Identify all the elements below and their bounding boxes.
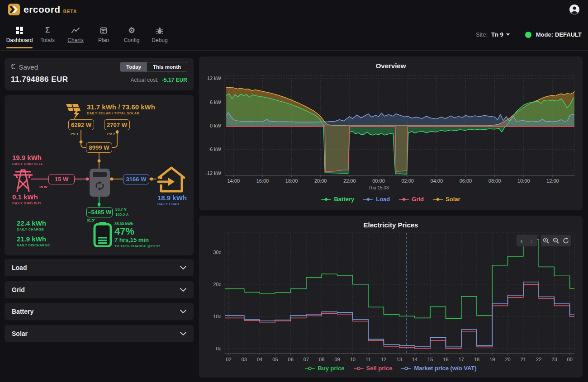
chevron-down-icon xyxy=(180,310,186,314)
svg-text:12:00: 12:00 xyxy=(546,178,559,184)
svg-text:03: 03 xyxy=(242,357,247,362)
zoom-out-icon[interactable] xyxy=(551,235,561,246)
grid-power-box: 15 W xyxy=(48,174,75,184)
user-avatar-icon[interactable] xyxy=(569,4,580,15)
load-daily-caption: DAILY LOAD xyxy=(157,202,187,206)
saved-card: € Saved Today This month 11.794886 EUR A… xyxy=(5,58,194,90)
battery-icon xyxy=(93,222,112,247)
logo-icon xyxy=(8,4,20,15)
actual-cost-label: Actual cost: xyxy=(131,77,159,83)
svg-text:17: 17 xyxy=(459,357,464,362)
refresh-icon[interactable] xyxy=(561,235,571,246)
svg-text:16: 16 xyxy=(443,357,448,362)
svg-text:18:00: 18:00 xyxy=(285,178,298,184)
legend-item[interactable]: Grid xyxy=(399,196,424,203)
svg-text:08: 08 xyxy=(319,357,324,362)
saved-value: 11.794886 EUR xyxy=(11,75,68,84)
battery-charge-value: 22.4 kWh xyxy=(17,220,46,227)
sigma-icon: Σ xyxy=(45,26,50,35)
load-daily-value: 18.9 kWh xyxy=(157,194,187,202)
calendar-icon xyxy=(100,26,107,35)
chevron-down-icon xyxy=(180,266,186,270)
svg-text:14: 14 xyxy=(412,357,417,362)
inverter-icon xyxy=(90,169,110,197)
solar-panel-icon xyxy=(62,102,84,121)
mode-value: DEFAULT xyxy=(555,31,582,38)
svg-text:18: 18 xyxy=(474,357,479,362)
battery-voltage: 53.7 V xyxy=(115,207,128,212)
svg-text:14:00: 14:00 xyxy=(227,178,240,184)
pan-left-button[interactable]: ‹ xyxy=(517,235,526,246)
load-power-box: 3166 W xyxy=(123,174,149,184)
top-bar: ercoord BETA xyxy=(0,0,588,19)
svg-text:15: 15 xyxy=(427,357,433,362)
bug-icon xyxy=(156,26,163,35)
svg-text:21: 21 xyxy=(521,357,526,362)
svg-text:0c: 0c xyxy=(216,346,221,351)
accordion-battery[interactable]: Battery xyxy=(5,303,194,320)
pv2-label: PV 2 xyxy=(107,132,115,136)
pan-right-button[interactable]: › xyxy=(526,235,536,246)
dashboard-icon xyxy=(15,26,24,35)
svg-text:00:00: 00:00 xyxy=(372,178,385,184)
overview-chart-plot[interactable]: 12 kW6 kW0 kW-6 kW-12 kW14:0016:0018:002… xyxy=(199,57,583,192)
mode-status-dot xyxy=(525,32,531,38)
svg-text:09: 09 xyxy=(334,357,340,362)
overview-legend: BatteryLoadGridSolar xyxy=(199,196,583,203)
caret-down-icon[interactable] xyxy=(506,33,510,36)
grid-pylon-icon xyxy=(13,167,33,193)
nav-item-debug[interactable]: Debug xyxy=(147,23,173,47)
svg-text:11: 11 xyxy=(365,357,370,362)
svg-text:12 kW: 12 kW xyxy=(207,75,222,81)
nav-bar: Dashboard Σ Totals Charts Plan ⚙ Config … xyxy=(0,19,588,51)
accordion-load[interactable]: Load xyxy=(5,259,194,276)
toggle-today[interactable]: Today xyxy=(120,62,147,71)
svg-text:02: 02 xyxy=(226,357,231,362)
battery-soc: 47% xyxy=(114,226,160,236)
svg-text:04: 04 xyxy=(257,357,262,362)
legend-item[interactable]: Solar xyxy=(433,196,460,203)
nav-item-totals[interactable]: Σ Totals xyxy=(34,23,61,47)
overview-chart-card: Overview 12 kW6 kW0 kW-6 kW-12 kW14:0016… xyxy=(199,57,583,210)
grid-buy-caption: DAILY GRID BUY xyxy=(12,201,42,205)
legend-item[interactable]: Buy price xyxy=(305,365,344,372)
grid-power-small-label: 15 W xyxy=(39,185,47,189)
accordion-solar[interactable]: Solar xyxy=(5,325,194,342)
pv1-power-box: 6292 W xyxy=(68,119,94,130)
zoom-button-group xyxy=(541,235,571,246)
accordion-grid[interactable]: Grid xyxy=(5,281,194,298)
app-title: ercoord xyxy=(24,4,61,15)
svg-text:-12 kW: -12 kW xyxy=(205,170,221,176)
saved-title: Saved xyxy=(19,63,38,71)
grid-sell-value: 19.9 kWh xyxy=(12,154,43,162)
battery-time-to-full: 7 hrs,15 min xyxy=(114,236,160,243)
legend-item[interactable]: Load xyxy=(363,196,390,203)
legend-item[interactable]: Battery xyxy=(321,196,354,203)
svg-text:22: 22 xyxy=(536,357,541,362)
battery-discharge-caption: DAILY DISCHARGE xyxy=(17,243,50,247)
battery-power-box: −5485 W xyxy=(86,207,113,217)
svg-text:30c: 30c xyxy=(213,250,221,255)
beta-badge: BETA xyxy=(63,9,77,14)
svg-text:10c: 10c xyxy=(213,314,221,319)
svg-text:0 kW: 0 kW xyxy=(210,123,222,128)
battery-time-caption: TO 100% CHARGE @20:37 xyxy=(114,244,160,248)
pv1-label: PV 1 xyxy=(71,132,78,136)
legend-item[interactable]: Sell price xyxy=(354,365,393,372)
nav-item-plan[interactable]: Plan xyxy=(90,23,117,47)
nav-item-config[interactable]: ⚙ Config xyxy=(119,23,145,47)
svg-text:13: 13 xyxy=(397,357,402,362)
site-selector[interactable]: Tn 9 xyxy=(491,31,503,38)
toggle-this-month[interactable]: This month xyxy=(147,62,187,71)
line-chart-icon xyxy=(71,26,80,35)
nav-item-charts[interactable]: Charts xyxy=(62,23,89,47)
svg-text:06:00: 06:00 xyxy=(460,178,472,184)
load-house-icon xyxy=(156,165,186,193)
zoom-in-icon[interactable] xyxy=(541,235,551,246)
svg-text:04:00: 04:00 xyxy=(431,178,443,184)
solar-headline: 31.7 kWh / 73.60 kWh xyxy=(87,104,155,111)
chevron-down-icon xyxy=(180,332,186,336)
nav-item-dashboard[interactable]: Dashboard xyxy=(6,23,33,47)
grid-sell-caption: DAILY GRID SELL xyxy=(12,162,43,166)
legend-item[interactable]: Market price (w/o VAT) xyxy=(401,365,476,372)
